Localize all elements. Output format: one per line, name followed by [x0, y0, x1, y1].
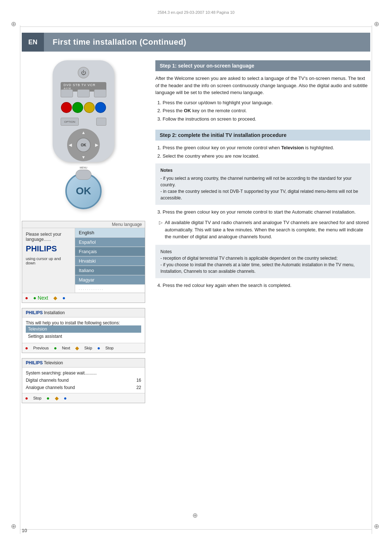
- step2-item-3: Press the green colour key on your remot…: [163, 208, 370, 216]
- lang-francais[interactable]: Français: [75, 247, 145, 256]
- install-settings[interactable]: Settings assistant: [26, 333, 141, 340]
- analogue-value: 22: [136, 385, 141, 390]
- lang-dotted: ............: [75, 285, 145, 293]
- lang-italiano[interactable]: Italiano: [75, 266, 145, 275]
- nav-right[interactable]: ▶: [95, 142, 98, 147]
- green-btn[interactable]: [72, 102, 83, 113]
- left-column: DVD STB TV VCR AUX OPTION: [22, 60, 145, 408]
- nav-ring: ▲ ▼ ◀ ▶ OK: [67, 129, 100, 161]
- searching-text: System searching: please wait..........: [26, 370, 141, 376]
- install-panel-header: PHILIPS Installation: [22, 308, 145, 317]
- dot-red-stop: ●: [25, 395, 28, 401]
- installation-panel: PHILIPS Installation This will help you …: [22, 308, 145, 353]
- lang-badge: EN: [22, 33, 44, 52]
- dot-blue-1: ●: [62, 295, 65, 301]
- extra-btn[interactable]: [96, 118, 106, 126]
- step1-header: Step 1: select your on-screen language: [155, 60, 370, 71]
- notes2-title: Notes: [160, 248, 365, 255]
- step1-item-3: Follow the instructions on screen to pro…: [163, 116, 370, 123]
- lang-magyar[interactable]: Magyar: [75, 275, 145, 285]
- dot-red-1: ●: [25, 295, 28, 301]
- teletext-btn[interactable]: [61, 89, 73, 97]
- print-info: 2584.3 en.qxd 29-03-2007 10:48 Pagina 10: [158, 10, 234, 15]
- step2-header: Step 2: complete the initial TV installa…: [155, 130, 370, 141]
- red-btn[interactable]: [61, 102, 72, 113]
- dot-yellow-tv: ◆: [55, 395, 59, 401]
- color-buttons: [61, 102, 106, 113]
- crosshair-mid: [192, 511, 200, 519]
- option-btn[interactable]: OPTION: [61, 118, 79, 126]
- digital-label: Digital channels found: [26, 378, 69, 383]
- blue-btn[interactable]: [95, 102, 106, 113]
- page-number: 10: [22, 528, 27, 533]
- remote-area: DVD STB TV VCR AUX OPTION: [22, 60, 145, 215]
- arrow-text: All available digital TV and radio chann…: [165, 219, 370, 240]
- arrow-symbol: ▷: [159, 219, 163, 240]
- install-type-label: Installation: [44, 310, 65, 315]
- menu-btn[interactable]: [75, 170, 91, 180]
- step2-item-2: Select the country where you are now loc…: [163, 153, 370, 160]
- nav-left[interactable]: ◀: [69, 142, 72, 147]
- step1-item-1: Press the cursor up/down to highlight yo…: [163, 99, 370, 107]
- main-content: DVD STB TV VCR AUX OPTION: [22, 60, 370, 408]
- select-btn[interactable]: [77, 89, 90, 97]
- power-button[interactable]: [78, 67, 89, 78]
- tv-panel-footer: ● Stop ● ◆ ●: [22, 393, 145, 403]
- crosshair-tr: [374, 20, 381, 27]
- remote-control: DVD STB TV VCR AUX OPTION: [47, 60, 120, 169]
- language-list[interactable]: English Español Français Hrvatski Italia…: [75, 228, 145, 293]
- philips-brand-tv: PHILIPS: [26, 360, 43, 365]
- crosshair-br: [374, 522, 381, 530]
- dot-blue-stop: ●: [97, 345, 100, 351]
- install-panel-footer: ● Previous ● Next ◆ Skip ● Stop: [22, 343, 145, 353]
- remote-body: DVD STB TV VCR AUX OPTION: [53, 60, 114, 162]
- panel-header: Menu language: [22, 221, 145, 228]
- step2-list: Press the green colour key on your remot…: [155, 144, 370, 160]
- dot-green-next2[interactable]: ●: [54, 345, 57, 351]
- step2-content: Press the green colour key on your remot…: [155, 144, 370, 289]
- digital-value: 16: [136, 378, 141, 383]
- menu-label: MENU: [80, 166, 87, 169]
- notes-box-2: Notes - reception of digital terrestrial…: [155, 245, 370, 278]
- step2-list2: Press the green colour key on your remot…: [155, 208, 370, 216]
- divider-right: [372, 25, 372, 534]
- step1-list: Press the cursor up/down to highlight yo…: [155, 99, 370, 123]
- next-label-2: Next: [62, 346, 70, 350]
- page-title: First time installation (Continued): [44, 37, 186, 47]
- stop-label: Stop: [105, 346, 114, 350]
- ok-nav-center[interactable]: OK: [76, 138, 91, 152]
- step1-item-2: Press the OK key on the remote control.: [163, 107, 370, 115]
- install-description: This will help you to install the follow…: [26, 320, 141, 325]
- television-panel: PHILIPS Television System searching: ple…: [22, 358, 145, 403]
- header-bar: EN First time installation (Continued): [22, 33, 370, 52]
- divider-bottom: [20, 529, 372, 530]
- right-column: Step 1: select your on-screen language A…: [155, 60, 370, 408]
- nav-up[interactable]: ▲: [81, 130, 86, 135]
- notes-box-1: Notes - if you select a wrong country, t…: [155, 163, 370, 205]
- arrow-item: ▷ All available digital TV and radio cha…: [159, 219, 370, 240]
- btn-row2: [61, 89, 106, 97]
- nav-down[interactable]: ▼: [81, 155, 86, 160]
- step2-list3: Press the red colour key again when the …: [155, 282, 370, 289]
- install-television[interactable]: Television: [26, 325, 141, 333]
- dot-green-tv: ●: [46, 395, 49, 401]
- lang-espanol[interactable]: Español: [75, 238, 145, 247]
- dot-yellow-skip: ◆: [75, 345, 79, 351]
- panel-left-text: Please select your language...... PHILIP…: [22, 228, 75, 293]
- option-row: OPTION: [61, 118, 106, 126]
- lang-english[interactable]: English: [75, 228, 145, 238]
- dot-green-next[interactable]: ● Next: [33, 295, 48, 301]
- cursor-hint: using cursor up and down: [26, 256, 71, 265]
- dot-red-prev: ●: [25, 345, 28, 351]
- notes1-item-1: - if you select a wrong country, the cha…: [160, 175, 365, 188]
- notes2-item-1: - reception of digital terrestrial TV ch…: [160, 255, 365, 262]
- dot-yellow-1: ◆: [53, 295, 57, 301]
- stop-label-tv: Stop: [33, 396, 41, 400]
- lang-prompt: Please select your language......: [26, 232, 71, 242]
- info-btn[interactable]: [94, 89, 106, 97]
- notes2-item-2: - if you choose to install the channels …: [160, 262, 365, 275]
- lang-panel-footer: ● ● Next ◆ ●: [22, 293, 145, 303]
- yellow-btn[interactable]: [84, 102, 95, 113]
- lang-hrvatski[interactable]: Hrvatski: [75, 256, 145, 266]
- crosshair-tl: [11, 20, 18, 27]
